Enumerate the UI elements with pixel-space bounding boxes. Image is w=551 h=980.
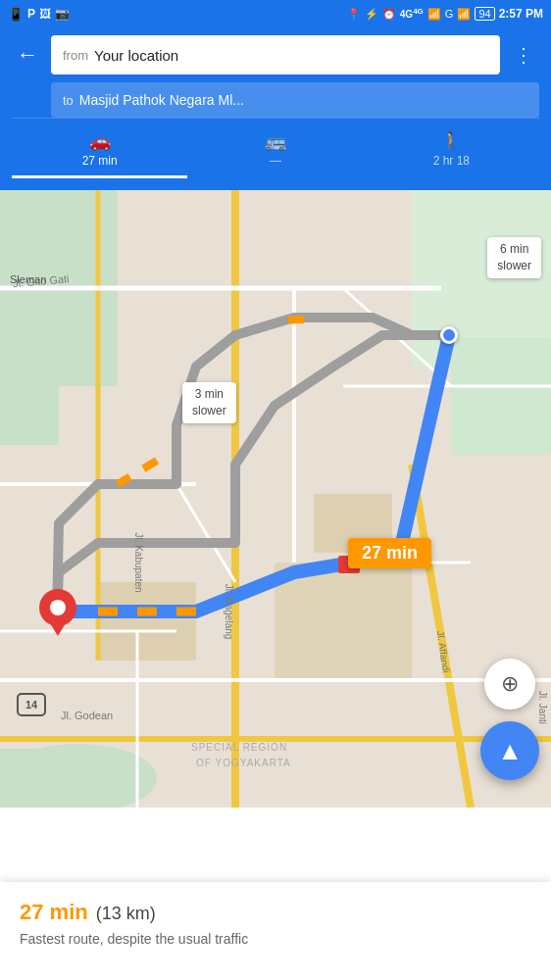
alt-route-1-label: 6 minslower bbox=[497, 242, 531, 272]
gps-icon: ⊕ bbox=[501, 671, 519, 697]
signal2-icon: 📶 bbox=[457, 8, 471, 21]
more-button[interactable]: ⋮ bbox=[508, 43, 539, 67]
destination-dot bbox=[440, 326, 458, 344]
transport-bar: 🚗 27 min 🚌 — 🚶 2 hr 18 bbox=[12, 118, 539, 178]
navigate-fab[interactable]: ▲ bbox=[480, 721, 539, 780]
status-icons-left: 📱 P 🖼 📷 bbox=[8, 7, 70, 22]
bluetooth-icon: ⚡ bbox=[365, 8, 378, 21]
from-label: from bbox=[63, 48, 88, 63]
battery-level: 94 bbox=[478, 8, 490, 20]
bottom-panel: 27 min (13 km) Fastest route, despite th… bbox=[0, 882, 551, 980]
transit-time: — bbox=[270, 154, 281, 168]
whatsapp-icon: 📱 bbox=[8, 7, 24, 22]
svg-text:OF YOGYAKARTA: OF YOGYAKARTA bbox=[196, 758, 291, 768]
bottom-time: 27 min bbox=[20, 900, 88, 925]
svg-rect-9 bbox=[98, 582, 196, 661]
header-row-from: ← from Your location ⋮ bbox=[12, 35, 539, 74]
navigate-arrow-icon: ▲ bbox=[497, 736, 523, 766]
drive-time: 27 min bbox=[82, 154, 118, 168]
alarm-icon: ⏰ bbox=[382, 8, 396, 21]
network-4g-icon: 4G4G bbox=[400, 7, 424, 20]
wifi-icon: G bbox=[445, 8, 454, 20]
svg-rect-6 bbox=[0, 749, 98, 808]
clock: 2:57 PM bbox=[499, 7, 543, 21]
photo-icon: 🖼 bbox=[39, 7, 51, 21]
tab-walk[interactable]: 🚶 2 hr 18 bbox=[364, 124, 539, 178]
signal-icon: 📶 bbox=[427, 8, 441, 21]
location-icon: 📍 bbox=[347, 8, 361, 21]
bottom-route-info: 27 min (13 km) bbox=[20, 900, 531, 925]
bottom-note: Fastest route, despite the usual traffic bbox=[20, 931, 531, 947]
instagram-icon: 📷 bbox=[55, 7, 70, 21]
tab-drive[interactable]: 🚗 27 min bbox=[12, 124, 187, 178]
svg-rect-2 bbox=[0, 367, 59, 445]
to-input[interactable]: to Masjid Pathok Negara Ml... bbox=[51, 82, 539, 118]
drive-icon: 🚗 bbox=[89, 130, 111, 152]
header-row-to: to Masjid Pathok Negara Ml... bbox=[51, 82, 539, 118]
alt-route-bubble-1[interactable]: 6 minslower bbox=[487, 237, 541, 278]
time-badge-value: 27 min bbox=[362, 543, 418, 563]
walk-icon: 🚶 bbox=[440, 130, 462, 152]
svg-rect-4 bbox=[451, 337, 551, 455]
bottom-distance: (13 km) bbox=[96, 904, 156, 924]
status-bar: 📱 P 🖼 📷 📍 ⚡ ⏰ 4G4G 📶 G 📶 94 2:57 PM bbox=[0, 0, 551, 27]
pinterest-icon: P bbox=[27, 7, 35, 21]
walk-time: 2 hr 18 bbox=[433, 154, 470, 168]
from-value: Your location bbox=[94, 47, 178, 64]
svg-point-23 bbox=[50, 600, 66, 615]
svg-rect-7 bbox=[275, 563, 412, 680]
svg-text:Jl. Janti: Jl. Janti bbox=[537, 691, 548, 724]
svg-text:14: 14 bbox=[25, 699, 38, 710]
alt-route-bubble-2[interactable]: 3 minslower bbox=[182, 382, 236, 423]
svg-text:Jl. Kabupaten: Jl. Kabupaten bbox=[133, 532, 144, 592]
svg-text:SPECIAL REGION: SPECIAL REGION bbox=[191, 742, 287, 753]
transit-icon: 🚌 bbox=[265, 130, 286, 152]
back-button[interactable]: ← bbox=[12, 42, 43, 68]
header: ← from Your location ⋮ to Masjid Pathok … bbox=[0, 27, 551, 190]
from-input[interactable]: from Your location bbox=[51, 35, 500, 74]
map-area[interactable]: 14 Jl. Gito Gati Jl. Kabupaten Jl. Magel… bbox=[0, 190, 551, 808]
svg-text:Sleman: Sleman bbox=[10, 273, 46, 285]
tab-transit[interactable]: 🚌 — bbox=[187, 124, 363, 178]
to-value: Masjid Pathok Negara Ml... bbox=[79, 92, 244, 108]
to-label: to bbox=[63, 93, 74, 108]
svg-text:Jl. Magelang: Jl. Magelang bbox=[224, 584, 234, 640]
map-svg: 14 Jl. Gito Gati Jl. Kabupaten Jl. Magel… bbox=[0, 190, 551, 808]
svg-text:Jl. Godean: Jl. Godean bbox=[61, 710, 113, 721]
svg-marker-24 bbox=[47, 618, 69, 636]
alt-route-2-label: 3 minslower bbox=[192, 387, 226, 417]
location-pin bbox=[37, 587, 78, 642]
time-badge: 27 min bbox=[348, 538, 431, 568]
gps-button[interactable]: ⊕ bbox=[484, 659, 535, 710]
status-icons-right: 📍 ⚡ ⏰ 4G4G 📶 G 📶 94 2:57 PM bbox=[347, 7, 543, 21]
battery-icon: 94 bbox=[475, 7, 494, 21]
